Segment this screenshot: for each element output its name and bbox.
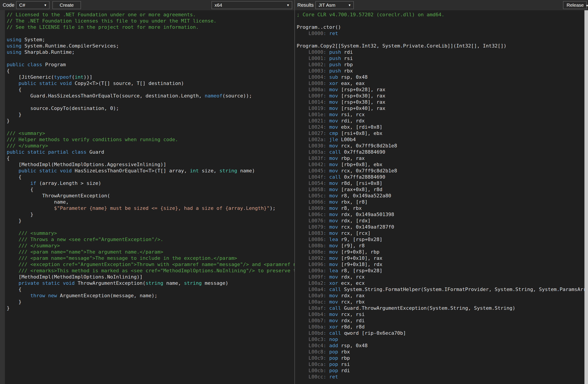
- asm-line: L00ca: pop rsi: [297, 361, 588, 367]
- code-line: {: [7, 286, 294, 293]
- asm-line: L0019: mov [rsp+0x40], rax: [297, 105, 588, 112]
- asm-line: Program..ctor(): [297, 24, 588, 30]
- code-line: [JitGeneric(typeof(int))]: [7, 74, 294, 80]
- asm-line: L0076: mov rdx, [rdx]: [297, 218, 588, 224]
- sharplab-window: Code C# ▼ Create Gist x64 ▼ Results JIT …: [0, 0, 588, 384]
- code-line: Guard.HasSizeLessThanOrEqualTo(source, d…: [7, 93, 294, 99]
- code-editor[interactable]: // Licensed to the .NET Foundation under…: [0, 10, 294, 384]
- asm-line: L002a: jle L00b4: [297, 137, 588, 143]
- code-line: using System;: [7, 37, 294, 43]
- code-line: }: [7, 112, 294, 118]
- asm-line: L00a2: xor ecx, ecx: [297, 280, 588, 286]
- asm-line: [297, 18, 588, 24]
- code-line: if (array.Length > size): [7, 180, 294, 186]
- asm-scrollbar[interactable]: [585, 10, 588, 384]
- asm-line: L000f: mov [rsp+0x30], rax: [297, 93, 588, 99]
- code-line: /// <param name="name">The argument name…: [7, 249, 294, 255]
- asm-line: L0058: mov [rax+0x8], r8d: [297, 186, 588, 193]
- code-line: }: [7, 118, 294, 124]
- asm-line: L009a: lea r8, [rsp+0x28]: [297, 268, 588, 274]
- code-line: public static void Copy2<T>(T[] source, …: [7, 80, 294, 86]
- code-line: // See the LICENSE file in the project r…: [7, 24, 294, 30]
- chevron-down-icon: ▼: [586, 4, 588, 7]
- code-line: {: [7, 186, 294, 193]
- code-line: }: [7, 299, 294, 305]
- asm-line: L0069: mov r8, rbx: [297, 205, 588, 211]
- code-line: using SharpLab.Runtime;: [7, 49, 294, 55]
- asm-line: L00ac: mov rcx, rbx: [297, 299, 588, 305]
- code-editor-content: // Licensed to the .NET Foundation under…: [7, 12, 294, 311]
- asm-line: L0000: ret: [297, 30, 588, 37]
- asm-line: L00c4: add rsp, 0x48: [297, 343, 588, 349]
- asm-line: L001e: mov rsi, rcx: [297, 112, 588, 118]
- language-select[interactable]: C# ▼: [16, 1, 49, 9]
- target-platform-value: x64: [215, 1, 222, 9]
- asm-line: L0027: cmp [rsi+0x8], ebx: [297, 130, 588, 137]
- asm-line: L0003: push rbx: [297, 68, 588, 74]
- code-line: [MethodImpl(MethodImplOptions.NoInlining…: [7, 274, 294, 280]
- asm-line: L0014: mov [rsp+0x38], rax: [297, 99, 588, 105]
- code-line: $"Parameter {name} must be sized <= {siz…: [7, 205, 294, 211]
- code-line: ThrowArgumentException(: [7, 193, 294, 199]
- asm-line: L0024: mov ebx, [rdi+0x8]: [297, 124, 588, 130]
- language-select-value: C#: [19, 1, 25, 9]
- target-platform-select[interactable]: x64 ▼: [211, 1, 292, 9]
- code-line: {: [7, 86, 294, 93]
- code-line: [7, 124, 294, 130]
- code-line: {: [7, 68, 294, 74]
- code-line: // Licensed to the .NET Foundation under…: [7, 12, 294, 18]
- asm-line: L00c8: pop rbx: [297, 349, 588, 355]
- code-line: source.CopyTo(destination, 0);: [7, 105, 294, 112]
- results-type-select[interactable]: JIT Asm ▼: [315, 1, 354, 9]
- create-gist-button[interactable]: Create Gist: [52, 1, 81, 9]
- asm-line: L0030: mov rcx, 0x7ff9c8d2b1e8: [297, 143, 588, 149]
- asm-line: L0096: mov [r9+0x18], rdx: [297, 261, 588, 268]
- build-mode-select[interactable]: Release▼: [563, 1, 587, 9]
- code-line: [7, 55, 294, 61]
- asm-line: L00b7: mov rdx, rdi: [297, 318, 588, 324]
- asm-line: L003f: mov rbp, rax: [297, 155, 588, 162]
- asm-line: L0004: sub rsp, 0x48: [297, 74, 588, 80]
- asm-line: L00c9: pop rbp: [297, 355, 588, 361]
- results-section-label: Results: [297, 0, 314, 10]
- asm-line: L0092: mov [r9+0x10], rax: [297, 255, 588, 261]
- asm-line: L0066: mov rbx, [r8]: [297, 199, 588, 205]
- code-line: /// </summary>: [7, 143, 294, 149]
- build-mode-value: Release▼: [564, 1, 586, 9]
- asm-line: L0021: mov rdi, rdx: [297, 118, 588, 124]
- editor-gutter: [0, 10, 5, 384]
- asm-line: Program.Copy2[[System.Int32, System.Priv…: [297, 43, 588, 49]
- asm-line: L008e: mov [r9+0x8], rbp: [297, 249, 588, 255]
- code-line: [MethodImpl(MethodImplOptions.Aggressive…: [7, 162, 294, 168]
- asm-line: L0083: mov rcx, [rcx]: [297, 230, 588, 236]
- toolbar: Code C# ▼ Create Gist x64 ▼ Results JIT …: [0, 0, 588, 10]
- code-line: /// <summary>: [7, 130, 294, 137]
- asm-output: ; Core CLR v4.700.19.57202 (coreclr.dll)…: [295, 10, 588, 384]
- asm-output-content: ; Core CLR v4.700.19.57202 (coreclr.dll)…: [297, 12, 588, 380]
- code-line: private static void ThrowArgumentExcepti…: [7, 280, 294, 286]
- asm-line: L0008: xor eax, eax: [297, 80, 588, 86]
- asm-line: [297, 37, 588, 43]
- code-line: /// <exception cref="ArgumentException">…: [7, 261, 294, 268]
- code-section-label: Code: [3, 0, 15, 10]
- chevron-down-icon: ▼: [286, 1, 290, 9]
- code-line: [7, 30, 294, 37]
- code-line: public static void HasSizeLessThanOrEqua…: [7, 168, 294, 174]
- asm-line: L003a: call 0x7ffa28884690: [297, 149, 588, 155]
- asm-line: L006c: mov rdx, 0x149aa501398: [297, 211, 588, 218]
- code-line: /// </summary>: [7, 243, 294, 249]
- code-line: name,: [7, 199, 294, 205]
- asm-line: L009f: mov rdx, rcx: [297, 274, 588, 280]
- asm-line: L000a: mov [rsp+0x28], rax: [297, 86, 588, 93]
- asm-line: L008b: mov [r9], r8: [297, 243, 588, 249]
- asm-line: L00af: call Guard.ThrowArgumentException…: [297, 305, 588, 311]
- chevron-down-icon: ▼: [348, 1, 351, 9]
- asm-line: L0002: push rbp: [297, 61, 588, 68]
- code-line: /// Helper methods to verify conditions …: [7, 137, 294, 143]
- asm-line: L005c: mov r8, 0x149aa522a80: [297, 193, 588, 199]
- code-line: // The .NET Foundation licenses this fil…: [7, 18, 294, 24]
- asm-line: L00cb: pop rdi: [297, 367, 588, 374]
- code-line: public class Program: [7, 61, 294, 68]
- chevron-down-icon: ▼: [44, 1, 47, 9]
- code-line: [7, 99, 294, 105]
